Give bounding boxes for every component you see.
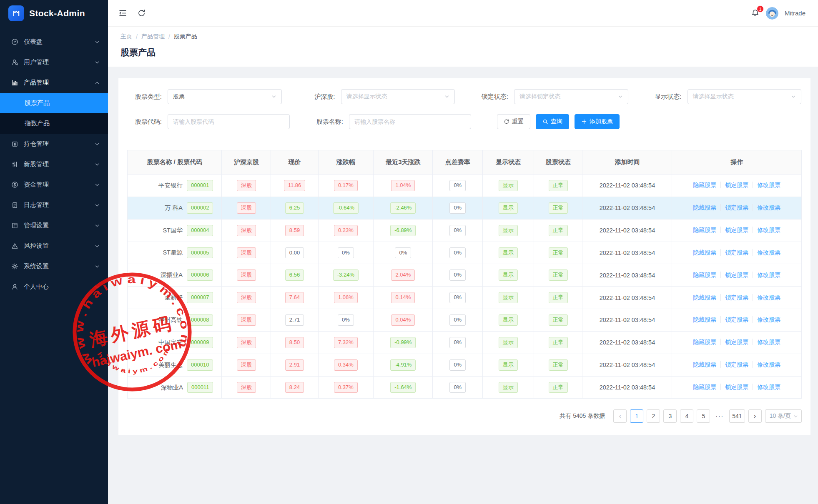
- next-page-button[interactable]: ›: [748, 409, 762, 423]
- notification-bell-icon[interactable]: 1: [751, 9, 760, 17]
- stock-name-input[interactable]: [349, 114, 471, 129]
- display-status-tag: 显示: [499, 202, 518, 214]
- lock-stock-link[interactable]: 锁定股票: [720, 204, 753, 211]
- hide-stock-link[interactable]: 隐藏股票: [689, 361, 720, 368]
- sidebar-item-new-stock-manage[interactable]: 新股管理: [0, 154, 108, 175]
- stock-name: 中国宝安: [158, 339, 183, 347]
- stock-status-tag: 正常: [549, 225, 568, 236]
- avatar[interactable]: [766, 7, 778, 20]
- page-button-3[interactable]: 3: [663, 409, 677, 423]
- prev-page-button[interactable]: ‹: [613, 409, 627, 423]
- hide-stock-link[interactable]: 隐藏股票: [689, 182, 720, 188]
- submenu-item-label: 股票产品: [25, 99, 50, 107]
- hs-stock-select[interactable]: 请选择显示状态: [341, 89, 455, 104]
- lock-stock-link[interactable]: 锁定股票: [720, 361, 753, 368]
- edit-stock-link[interactable]: 修改股票: [753, 182, 785, 188]
- hide-stock-link[interactable]: 隐藏股票: [689, 227, 720, 233]
- table-row: ST星源000005深股0.000%0%0%显示正常2022-11-02 03:…: [128, 242, 802, 264]
- market-tag: 深股: [237, 292, 256, 303]
- sidebar-item-position-manage[interactable]: 持仓管理: [0, 134, 108, 154]
- sidebar-item-funds-manage[interactable]: 资金管理: [0, 175, 108, 195]
- query-button[interactable]: 查询: [536, 114, 569, 129]
- page-button-2[interactable]: 2: [647, 409, 660, 423]
- sidebar-item-index-products[interactable]: 指数产品: [0, 113, 108, 134]
- sidebar-item-stock-products[interactable]: 股票产品: [0, 93, 108, 113]
- lock-stock-link[interactable]: 锁定股票: [720, 272, 753, 278]
- lock-stock-link[interactable]: 锁定股票: [720, 316, 753, 323]
- refresh-icon[interactable]: [137, 9, 146, 17]
- product-chart-icon: [11, 79, 18, 86]
- sidebar-item-log-manage[interactable]: 日志管理: [0, 195, 108, 215]
- hide-stock-link[interactable]: 隐藏股票: [689, 204, 720, 211]
- display-status-tag: 显示: [499, 180, 518, 191]
- spread-cell: 0%: [433, 354, 483, 376]
- display-status-select[interactable]: 请选择显示状态: [688, 89, 802, 104]
- stock-name-cell: 深振业A000006: [128, 264, 222, 287]
- hide-stock-link[interactable]: 隐藏股票: [689, 384, 720, 390]
- chevron-down-icon: [793, 414, 798, 419]
- sidebar-item-admin-settings[interactable]: 管理设置: [0, 215, 108, 236]
- edit-stock-link[interactable]: 修改股票: [753, 316, 785, 323]
- pagination-ellipsis[interactable]: ···: [713, 413, 726, 419]
- stock-code-input[interactable]: [168, 114, 290, 129]
- plus-icon: [581, 119, 587, 125]
- hide-stock-link[interactable]: 隐藏股票: [689, 294, 720, 301]
- page-size-value: 10 条/页: [770, 412, 791, 420]
- hide-stock-link[interactable]: 隐藏股票: [689, 316, 720, 323]
- hide-stock-link[interactable]: 隐藏股票: [689, 249, 720, 256]
- market-cell: 深股: [222, 197, 271, 219]
- hide-stock-link[interactable]: 隐藏股票: [689, 339, 720, 345]
- add-stock-button[interactable]: 添加股票: [575, 114, 620, 129]
- price-cell: 2.91: [271, 354, 318, 376]
- chevron-down-icon: [95, 203, 100, 208]
- lock-stock-link[interactable]: 锁定股票: [720, 384, 753, 390]
- reset-button[interactable]: 重置: [497, 114, 530, 129]
- sidebar-item-risk-settings[interactable]: 风控设置: [0, 236, 108, 256]
- page-button-5[interactable]: 5: [697, 409, 710, 423]
- page-size-select[interactable]: 10 条/页: [765, 409, 802, 423]
- edit-stock-link[interactable]: 修改股票: [753, 361, 785, 368]
- lock-status-select[interactable]: 请选择锁定状态: [514, 89, 628, 104]
- change-cell: 1.06%: [318, 287, 374, 309]
- lock-stock-link[interactable]: 锁定股票: [720, 182, 753, 188]
- actions-cell: 隐藏股票锁定股票修改股票: [672, 287, 802, 309]
- collapse-sidebar-icon[interactable]: [118, 9, 127, 17]
- lock-stock-link[interactable]: 锁定股票: [720, 294, 753, 301]
- edit-stock-link[interactable]: 修改股票: [753, 204, 785, 211]
- breadcrumb-item[interactable]: 主页: [120, 33, 132, 40]
- page-button-1[interactable]: 1: [630, 409, 643, 423]
- edit-stock-link[interactable]: 修改股票: [753, 339, 785, 345]
- added-time-cell: 2022-11-02 03:48:54: [582, 175, 672, 197]
- edit-stock-link[interactable]: 修改股票: [753, 384, 785, 390]
- spread-cell: 0%: [433, 264, 483, 287]
- edit-stock-link[interactable]: 修改股票: [753, 249, 785, 256]
- page-button-541[interactable]: 541: [729, 409, 745, 423]
- lock-stock-link[interactable]: 锁定股票: [720, 339, 753, 345]
- user-name[interactable]: Mitrade: [785, 10, 805, 17]
- sidebar-item-user-manage[interactable]: 用户管理: [0, 52, 108, 72]
- display-status-cell: 显示: [483, 219, 534, 242]
- stock-status-tag: 正常: [549, 269, 568, 281]
- stock-type-select[interactable]: 股票: [168, 89, 282, 104]
- edit-stock-link[interactable]: 修改股票: [753, 227, 785, 233]
- sidebar-item-dashboard[interactable]: 仪表盘: [0, 32, 108, 52]
- sidebar-item-profile-center[interactable]: 个人中心: [0, 277, 108, 297]
- stock-name: 平安银行: [158, 182, 183, 190]
- edit-stock-link[interactable]: 修改股票: [753, 294, 785, 301]
- sidebar-item-system-settings[interactable]: 系统设置: [0, 256, 108, 277]
- lock-stock-link[interactable]: 锁定股票: [720, 227, 753, 233]
- lock-status-label: 锁定状态:: [474, 93, 508, 101]
- display-status-cell: 显示: [483, 264, 534, 287]
- hide-stock-link[interactable]: 隐藏股票: [689, 272, 720, 278]
- added-time-cell: 2022-11-02 03:48:54: [582, 354, 672, 376]
- lock-stock-link[interactable]: 锁定股票: [720, 249, 753, 256]
- chevron-down-icon: [95, 244, 100, 249]
- three-day-tag: -6.89%: [390, 225, 416, 236]
- edit-stock-link[interactable]: 修改股票: [753, 272, 785, 278]
- sidebar-item-label: 持仓管理: [24, 140, 95, 148]
- page-button-4[interactable]: 4: [680, 409, 693, 423]
- breadcrumb-item[interactable]: 产品管理: [141, 33, 165, 40]
- sidebar-item-product-manage[interactable]: 产品管理: [0, 72, 108, 93]
- topbar-right: 1 Mitrade: [751, 7, 805, 20]
- three-day-cell: 0%: [374, 242, 433, 264]
